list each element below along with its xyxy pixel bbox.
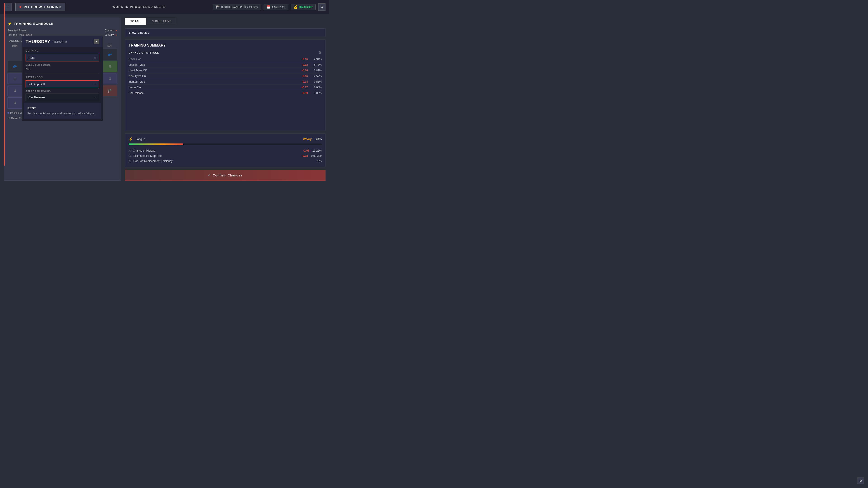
back-button[interactable]: ← xyxy=(4,3,12,11)
summary-row-new-tyres: New Tyres On -0.16 2.57% xyxy=(129,73,322,79)
tab-cumulative[interactable]: CUMULATIVE xyxy=(146,18,177,25)
main-content: ⚡ TRAINING SCHEDULE Selected Preset Cust… xyxy=(0,14,329,184)
afternoon-focus-label: SELECTED FOCUS xyxy=(26,90,99,93)
fatigue-percentage: 28% xyxy=(316,137,322,141)
training-summary: TRAINING SUMMARY CHANCE OF MISTAKE ％ Rai… xyxy=(125,39,326,131)
fatigue-bar-marker xyxy=(183,143,183,145)
rest-desc: Practice mental and physical recovery to… xyxy=(27,111,97,116)
fatigue-status: Weary xyxy=(303,137,312,141)
topbar-right: 🏁 DUTCH GRAND PRIX in 24 days 📅 1 Aug, 2… xyxy=(213,3,326,11)
afternoon-section: AFTERNOON Pit Stop Drill ‹ › SELECTED FO… xyxy=(22,73,103,101)
afternoon-focus-selector[interactable]: Car Release ‹ › xyxy=(26,94,99,101)
time-icon: ⏱ xyxy=(129,154,131,158)
rest-info-section: REST Practice mental and physical recove… xyxy=(24,103,101,119)
morning-focus-label: SELECTED FOCUS xyxy=(26,64,99,66)
day-modal: THURSDAY 31/8/2023 ✕ MORNING Rest ‹ › SE… xyxy=(22,36,103,121)
summary-title: TRAINING SUMMARY xyxy=(129,43,322,47)
afternoon-label: AFTERNOON xyxy=(26,76,99,78)
summary-row-tighten: Tighten Tyres -0.14 3.81% xyxy=(129,79,322,85)
topbar: ← ● PIT CREW TRAINING WORK IN PROGRESS A… xyxy=(0,0,329,14)
summary-row-loosen-tyres: Loosen Tyres -0.12 5.77% xyxy=(129,62,322,68)
training-schedule-panel: ⚡ TRAINING SCHEDULE Selected Preset Cust… xyxy=(4,18,121,181)
percent-icon: ％ xyxy=(318,51,322,55)
summary-section-label: CHANCE OF MISTAKE xyxy=(129,51,159,54)
fatigue-icon: ⚡ xyxy=(129,137,133,141)
summary-row-car-release: Car Release -0.39 1.09% xyxy=(129,90,322,96)
mistake-icon: ◎ xyxy=(129,149,131,152)
day-modal-overlay: THURSDAY 31/8/2023 ✕ MORNING Rest ‹ › SE… xyxy=(4,18,121,181)
check-icon: ✓ xyxy=(208,173,211,177)
gear-icon: ⚙ xyxy=(320,5,323,9)
work-in-progress-label: WORK IN PROGRESS ASSETS xyxy=(69,5,209,8)
fatigue-bar xyxy=(129,143,322,145)
event-icon: 🏁 xyxy=(216,5,220,9)
summary-row-lower-car: Lower Car -0.17 2.04% xyxy=(129,85,322,90)
morning-activity-selector[interactable]: Rest ‹ › xyxy=(26,54,99,61)
settings-button[interactable]: ⚙ xyxy=(318,3,326,11)
tabs-row: TOTAL CUMULATIVE xyxy=(125,18,326,25)
afternoon-arrows[interactable]: ‹ › xyxy=(94,83,96,86)
event-badge: 🏁 DUTCH GRAND PRIX in 24 days xyxy=(213,4,261,10)
modal-header: THURSDAY 31/8/2023 ✕ xyxy=(22,36,103,47)
stat-chance-mistake: ◎ Chance of Mistake -1.06 19.25% xyxy=(129,148,322,153)
date-icon: 📅 xyxy=(267,5,270,9)
fatigue-label: Fatigue xyxy=(135,137,301,141)
rest-title: REST xyxy=(27,106,97,110)
summary-col-headers: CHANCE OF MISTAKE ％ xyxy=(129,51,322,55)
morning-arrows[interactable]: ‹ › xyxy=(94,56,96,59)
modal-close-button[interactable]: ✕ xyxy=(94,39,99,44)
page-title: ● PIT CREW TRAINING xyxy=(16,3,65,11)
tab-total[interactable]: TOTAL xyxy=(125,18,146,25)
modal-day-info: THURSDAY 31/8/2023 xyxy=(26,39,67,44)
focus-arrows[interactable]: ‹ › xyxy=(94,96,96,99)
money-badge: 💰 $85,436,807 xyxy=(291,4,315,10)
efficiency-icon: ⏱ xyxy=(129,159,131,163)
fatigue-section: ⚡ Fatigue Weary 28% ◎ Chance of Mistake … xyxy=(125,133,326,167)
summary-row-used-tyres: Used Tyres Off -0.16 2.81% xyxy=(129,68,322,73)
money-icon: 💰 xyxy=(293,5,298,9)
show-attributes-button[interactable]: Show Attributes xyxy=(125,29,326,37)
title-bullet: ● xyxy=(19,4,22,9)
stat-car-part: ⏱ Car Part Replacement Efficiency 78% xyxy=(129,158,322,164)
fatigue-bar-fill xyxy=(129,143,183,145)
date-badge: 📅 1 Aug, 2023 xyxy=(264,4,288,10)
afternoon-activity-selector[interactable]: Pit Stop Drill ‹ › xyxy=(26,80,99,88)
right-panel: TOTAL CUMULATIVE Show Attributes TRAININ… xyxy=(125,18,326,181)
morning-label: MORNING xyxy=(26,50,99,52)
summary-row-raise-car: Raise Car -0.16 2.91% xyxy=(129,57,322,62)
stat-pit-stop-time: ⏱ Estimated Pit Stop Time -0.18 0:02.339 xyxy=(129,153,322,158)
fatigue-row: ⚡ Fatigue Weary 28% xyxy=(129,137,322,141)
morning-section: MORNING Rest ‹ › SELECTED FOCUS N/A xyxy=(22,47,103,70)
morning-focus-value: N/A xyxy=(26,67,99,70)
confirm-changes-button[interactable]: ✓ Confirm Changes xyxy=(125,170,326,181)
